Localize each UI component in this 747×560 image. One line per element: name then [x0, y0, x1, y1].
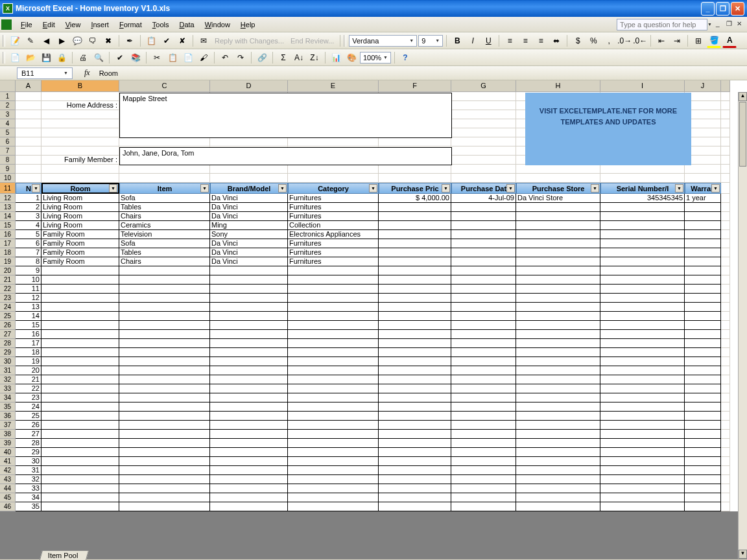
cell-A26[interactable]: 15: [16, 321, 42, 330]
filter-dropdown-icon[interactable]: ▼: [506, 184, 515, 192]
cell-G27[interactable]: [451, 330, 516, 339]
column-header-D[interactable]: D: [210, 80, 288, 92]
column-header-E[interactable]: E: [288, 80, 379, 92]
cell-G19[interactable]: [451, 257, 516, 266]
cell-H42[interactable]: [516, 466, 600, 475]
cell-J46[interactable]: [685, 502, 721, 511]
filter-header-purchase-dat[interactable]: Purchase Dat▼: [451, 183, 516, 194]
cell-I25[interactable]: [600, 312, 685, 321]
row-header-26[interactable]: 26: [0, 321, 16, 330]
cell-D10[interactable]: [210, 174, 288, 183]
ink-icon[interactable]: ✒: [123, 34, 137, 48]
sheet-tab-item-pool[interactable]: Item Pool: [40, 550, 89, 560]
cell-C37[interactable]: [119, 421, 210, 430]
cell-H33[interactable]: [516, 384, 600, 393]
cell-F37[interactable]: [379, 421, 451, 430]
cell-I23[interactable]: [600, 294, 685, 303]
cell-E13[interactable]: Furnitures: [288, 203, 379, 212]
cell-B6[interactable]: [42, 137, 119, 146]
column-header-F[interactable]: F: [379, 80, 451, 92]
align-left-button[interactable]: ≡: [503, 34, 517, 48]
row-header-44[interactable]: 44: [0, 484, 16, 493]
cell-E42[interactable]: [288, 466, 379, 475]
menu-window[interactable]: Window: [200, 19, 235, 30]
cell-D18[interactable]: Da Vinci: [210, 248, 288, 257]
font-selector[interactable]: Verdana▼: [349, 35, 417, 47]
cell-B33[interactable]: [42, 384, 119, 393]
cell-F29[interactable]: [379, 348, 451, 357]
cell-F40[interactable]: [379, 448, 451, 457]
increase-decimal-button[interactable]: .0→: [617, 34, 632, 48]
cell-J14[interactable]: [685, 212, 721, 221]
borders-button[interactable]: ⊞: [691, 34, 706, 48]
cell-H21[interactable]: [516, 275, 600, 285]
cell-B15[interactable]: Living Room: [42, 221, 119, 230]
cell-B1[interactable]: [42, 92, 119, 101]
cell-I28[interactable]: [600, 339, 685, 348]
menu-edit[interactable]: Edit: [38, 19, 60, 30]
cell-D39[interactable]: [210, 439, 288, 448]
open-button[interactable]: 📂: [23, 51, 38, 65]
cell-G40[interactable]: [451, 448, 516, 457]
cell-I12[interactable]: 345345345: [600, 194, 685, 203]
cell-G46[interactable]: [451, 502, 516, 511]
cell-G2[interactable]: [451, 101, 516, 110]
cell-A15[interactable]: 4: [16, 221, 42, 230]
row-header-7[interactable]: 7: [0, 146, 16, 156]
row-header-20[interactable]: 20: [0, 266, 16, 275]
name-box[interactable]: B11▼: [17, 67, 73, 79]
row-header-37[interactable]: 37: [0, 421, 16, 430]
increase-indent-button[interactable]: ⇥: [670, 34, 684, 48]
cell-D41[interactable]: [210, 457, 288, 466]
cell-F30[interactable]: [379, 357, 451, 366]
menu-data[interactable]: Data: [174, 19, 199, 30]
cell-J20[interactable]: [685, 266, 721, 275]
cell-C35[interactable]: [119, 402, 210, 412]
percent-button[interactable]: %: [586, 34, 600, 48]
cell-G41[interactable]: [451, 457, 516, 466]
cell-F31[interactable]: [379, 366, 451, 375]
cell-E14[interactable]: Furnitures: [288, 212, 379, 221]
cell-D25[interactable]: [210, 312, 288, 321]
cell-H13[interactable]: [516, 203, 600, 212]
cell-G20[interactable]: [451, 266, 516, 275]
cell-H25[interactable]: [516, 312, 600, 321]
row-header-34[interactable]: 34: [0, 393, 16, 402]
cell-H41[interactable]: [516, 457, 600, 466]
reject-change-icon[interactable]: ✘: [175, 34, 189, 48]
cell-E10[interactable]: [288, 174, 379, 183]
cell-E16[interactable]: Electronics Appliances: [288, 230, 379, 239]
format-painter-button[interactable]: 🖌: [196, 51, 211, 65]
cell-C15[interactable]: Ceramics: [119, 221, 210, 230]
cell-C41[interactable]: [119, 457, 210, 466]
cell-J21[interactable]: [685, 275, 721, 285]
cell-A43[interactable]: 32: [16, 475, 42, 484]
filter-header-warran[interactable]: Warran▼: [685, 183, 721, 194]
cell-H16[interactable]: [516, 230, 600, 239]
cell-G3[interactable]: [451, 110, 516, 119]
cell-E37[interactable]: [288, 421, 379, 430]
row-header-32[interactable]: 32: [0, 375, 16, 384]
column-header-G[interactable]: G: [451, 80, 516, 92]
cell-F41[interactable]: [379, 457, 451, 466]
cell-C23[interactable]: [119, 294, 210, 303]
cell-F13[interactable]: [379, 203, 451, 212]
cell-A19[interactable]: 8: [16, 257, 42, 266]
cell-J36[interactable]: [685, 412, 721, 421]
cell-G17[interactable]: [451, 239, 516, 248]
sort-asc-button[interactable]: A↓: [292, 51, 306, 65]
cell-I31[interactable]: [600, 366, 685, 375]
cell-J44[interactable]: [685, 484, 721, 493]
cell-I43[interactable]: [600, 475, 685, 484]
cell-G30[interactable]: [451, 357, 516, 366]
cell-E30[interactable]: [288, 357, 379, 366]
cell-B12[interactable]: Living Room: [42, 194, 119, 203]
cell-C44[interactable]: [119, 484, 210, 493]
cell-A13[interactable]: 2: [16, 203, 42, 212]
cell-A3[interactable]: [16, 110, 42, 119]
cell-E19[interactable]: Furnitures: [288, 257, 379, 266]
cell-F23[interactable]: [379, 294, 451, 303]
cell-C9[interactable]: [119, 165, 210, 174]
cell-I36[interactable]: [600, 412, 685, 421]
filter-header-item[interactable]: Item▼: [119, 183, 210, 194]
